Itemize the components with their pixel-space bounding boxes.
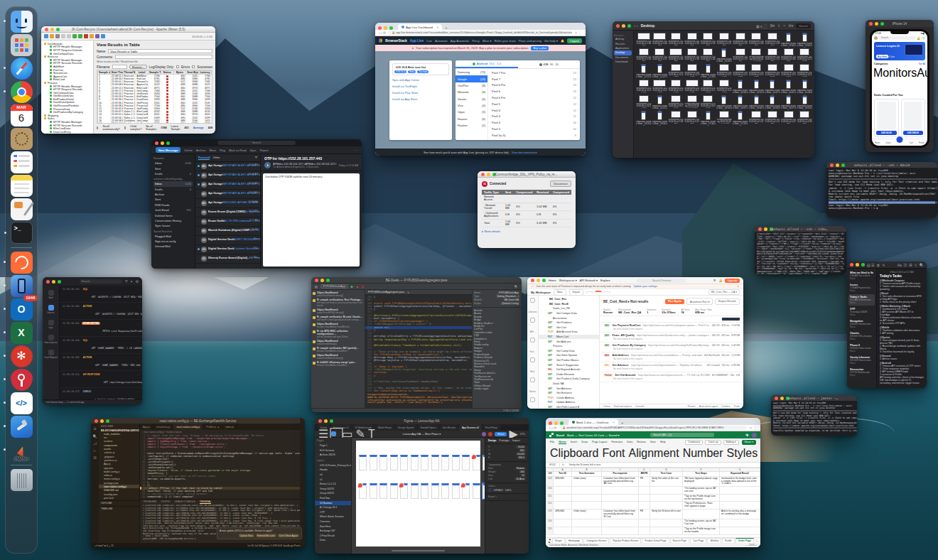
file-item[interactable]: Simulator Screen Shot - 10.22.18 xyxy=(652,95,668,110)
nav-item[interactable]: API Network ▾ xyxy=(580,279,598,282)
settings-link[interactable]: Update your settings. xyxy=(634,285,658,288)
file-item[interactable]: Screenshot 2023-03-06 at 2.15 PM xyxy=(733,33,748,48)
file-tab[interactable]: App Screens v3 xyxy=(459,424,482,431)
device-item[interactable]: Pixel 512 xyxy=(488,101,580,107)
window-controls[interactable] xyxy=(616,24,631,28)
property-row[interactable]: W14,020 xyxy=(488,453,526,456)
share-button[interactable]: Share xyxy=(495,432,507,436)
mail-folder[interactable]: Sent xyxy=(153,197,193,202)
design-frame[interactable] xyxy=(462,483,470,499)
device-item[interactable]: Pixel 613 xyxy=(488,88,580,95)
buy-now-button[interactable]: Buy Now xyxy=(876,55,888,58)
design-frame[interactable] xyxy=(359,483,367,499)
panel-tab[interactable]: PROBLEMS xyxy=(144,500,156,504)
mail-folder[interactable]: Deleted Items xyxy=(153,212,193,217)
panel-tab[interactable]: DEBUG CONSOLE xyxy=(175,500,195,504)
trash-dock-icon[interactable] xyxy=(11,469,33,491)
collection-item[interactable]: GETUnder Elevante xyxy=(539,372,599,377)
collection-item[interactable]: Deals_List_FE xyxy=(539,306,599,311)
collection-item[interactable]: Process xyxy=(539,344,599,349)
chevron-down-icon[interactable]: ⌄ xyxy=(137,322,139,325)
device-item[interactable]: Pixel 7 Pro13 xyxy=(488,70,580,76)
layer-item[interactable]: Final flow xyxy=(315,496,351,501)
category-item[interactable]: Monitors xyxy=(873,67,917,92)
file-item[interactable]: Screenshot 2023-03-06 at 11.38 AM xyxy=(636,80,652,95)
editor-tab[interactable]: FYPLBSDealsAggregator.java xyxy=(368,291,404,294)
mail-folder[interactable]: Conversation History xyxy=(153,218,193,223)
logout-button[interactable]: Logout xyxy=(567,38,582,43)
rail-item[interactable]: APIs xyxy=(530,318,535,335)
note-item[interactable]: Discussion2/27/23 WalkthroughNotes xyxy=(848,367,875,378)
device-item[interactable]: Pixel 6 Pro13 xyxy=(488,82,580,89)
browser-nav-buttons[interactable]: ‹ › ⟳ xyxy=(379,31,386,35)
more-button[interactable]: ⋯ xyxy=(355,149,357,152)
ribbon-button[interactable]: Catch up xyxy=(705,440,721,445)
message-item[interactable]: AO Api OutageIMPORTANT ALERT: APIGEE OUT… xyxy=(195,190,260,199)
launchpad-dock-icon[interactable] xyxy=(11,34,33,56)
design-frame[interactable] xyxy=(462,455,470,470)
brand-item[interactable]: Motorola(8) xyxy=(455,89,487,95)
share-icon[interactable]: ⇪ xyxy=(777,23,780,28)
layer-item[interactable]: What's Better Screens xyxy=(315,515,351,519)
file-item[interactable]: Screenshot 2023-03-06 at 12.14 PM xyxy=(733,64,748,79)
chevron-down-icon[interactable]: ⌄ xyxy=(137,390,139,393)
errors-checkbox[interactable] xyxy=(176,65,179,68)
new-message-button[interactable]: New Message xyxy=(156,147,180,153)
sidebar-item-recents[interactable]: Recents xyxy=(614,41,632,45)
status-left[interactable]: ⎇ main* ⊗ 0 △ 12 xyxy=(95,544,114,547)
ios-beta-card[interactable]: iOS 16.4 Beta now live iOS 16.4BetaTry n… xyxy=(392,63,449,75)
file-item[interactable]: Screenshot 2023-03-06 at 11.04 AM xyxy=(716,80,732,95)
chrome-dock-icon[interactable] xyxy=(11,81,33,103)
analysis-item[interactable]: R: via MTD-RISC collection configuration… xyxy=(313,330,363,338)
analysis-item[interactable]: R: sample verification 'B units' blocks…… xyxy=(313,316,363,321)
settings-icon[interactable]: ⚙ xyxy=(136,279,139,284)
comments-field[interactable] xyxy=(115,55,212,59)
file-item[interactable]: Simulator Screen Shot - 12.51.33 xyxy=(636,64,652,79)
layer-item[interactable]: iOS 14 Frames_Primary for macb... xyxy=(315,463,351,468)
ios-tab[interactable]: iOS16 - 10 xyxy=(518,60,581,68)
account-avatar[interactable] xyxy=(752,433,757,438)
explorer-icon[interactable]: ⧉ xyxy=(94,426,97,431)
file-item[interactable]: Simulator Screen Shot - 13.28.54 xyxy=(716,48,732,63)
file-item[interactable]: Screenshot 2023-03-06 at 1.52 PM xyxy=(636,48,652,63)
layer-item[interactable]: OTP xyxy=(315,510,351,515)
chip[interactable]: iOS 16.4 xyxy=(394,70,406,73)
terminal-output[interactable]: Last login: Mon Mar 6 13:10:39 on ttys00… xyxy=(826,168,937,217)
request-result-row[interactable]: 200Get Payment RealCarthttps://api.lenov… xyxy=(600,323,743,333)
note-item[interactable]: Navigation3/4/2023 Tab bar fixesNotes xyxy=(848,318,875,330)
formula-bar[interactable]: Verify the N items left is text xyxy=(566,463,600,466)
import-button[interactable]: Import xyxy=(569,289,584,296)
column-header[interactable]: Thread Name xyxy=(123,71,136,75)
search-input[interactable]: Search xyxy=(879,36,915,40)
security-shield-app-dock-icon[interactable] xyxy=(11,369,33,391)
terminal-dock-icon[interactable]: >_ xyxy=(11,222,33,244)
ribbon-group[interactable]: Alignment xyxy=(629,447,679,460)
show-details-link[interactable]: ▸ Show details xyxy=(482,230,571,233)
plugin-item[interactable]: Vault xyxy=(43,289,59,301)
file-item[interactable]: Screenshot 2023-03-05 at 5.51 PM xyxy=(684,111,700,126)
result-row[interactable]: 922:49:34.010Process 1-1DashDataUpdate20… xyxy=(98,98,212,101)
column-header[interactable]: Sample Time(ms) xyxy=(149,71,161,75)
toolbar-button[interactable]: Archive xyxy=(196,149,205,152)
file-entry[interactable]: yarn.lock xyxy=(99,496,139,500)
file-item[interactable]: Screenshot 2023-03-06 at 11.58 AM xyxy=(765,64,780,79)
file-item[interactable]: Screenshot 2023-03-06 at 1.30 PM xyxy=(701,48,716,63)
status-right[interactable]: Ln 19, Col 34 Spaces: 2 UTF-8 LF JavaScr… xyxy=(248,544,301,547)
message-item[interactable]: KE Kumar Eswar (Digital,CDMX)Re: Applica… xyxy=(195,208,260,217)
filename-field[interactable] xyxy=(112,65,128,69)
scan-fab[interactable] xyxy=(896,136,904,144)
message-item[interactable]: AO Api OutageIMPORTANT ALERT: APIGEE OUT… xyxy=(195,181,260,190)
favorite-folder[interactable]: Sent xyxy=(153,166,193,171)
nav-item[interactable]: Automate xyxy=(435,39,448,43)
search-input[interactable]: Search xyxy=(217,141,296,145)
ribbon-group[interactable]: Font xyxy=(602,447,625,460)
plugin-item[interactable]: Devices xyxy=(43,303,59,316)
editor-tab[interactable]: App.js xyxy=(140,424,153,430)
file-item[interactable]: Screenshot 2023-03-06 at 2.46 PM xyxy=(652,33,668,48)
file-item[interactable]: Screenshot 2023-03-06 at 11.12 AM xyxy=(701,80,716,95)
tag-icon[interactable]: ⌾ xyxy=(783,23,785,28)
log-row[interactable]: 11:50:39.396 ACTION GET 'ASSESTS'/'COUPO… xyxy=(60,303,142,320)
rail-item[interactable]: Flows xyxy=(530,397,535,409)
request-tab[interactable] xyxy=(603,291,610,294)
reminders-dock-icon[interactable] xyxy=(11,151,33,173)
